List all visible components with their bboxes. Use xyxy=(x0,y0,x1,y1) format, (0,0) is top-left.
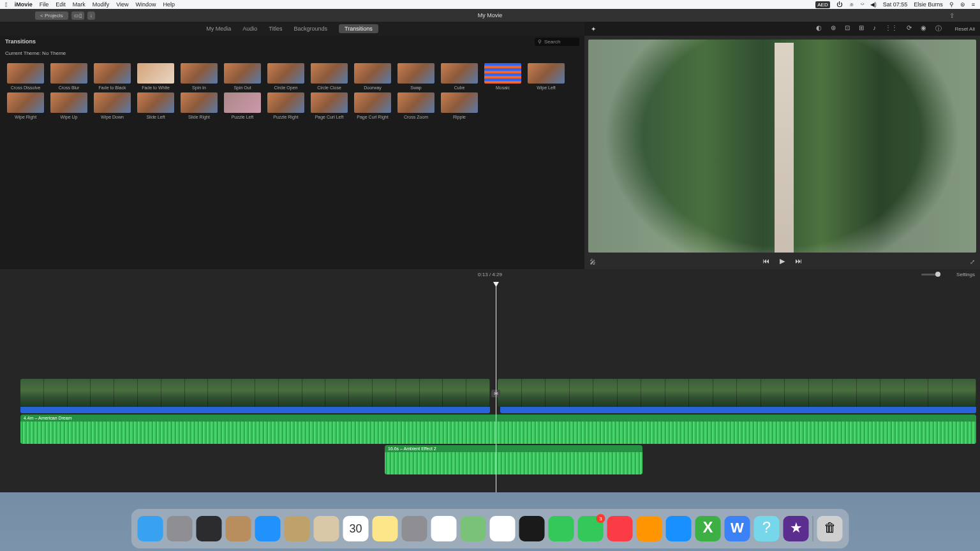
transition-fade-to-black[interactable]: Fade to Black xyxy=(92,63,133,90)
dock-w-app[interactable]: W xyxy=(725,516,750,541)
menu-mark[interactable]: Mark xyxy=(73,1,85,8)
fullscreen-icon[interactable]: ⤢ xyxy=(970,258,975,265)
transition-puzzle-right[interactable]: Puzzle Right xyxy=(265,92,306,119)
tab-my-media[interactable]: My Media xyxy=(206,26,231,32)
video-clip-2[interactable] xyxy=(498,379,976,407)
dock-messages[interactable] xyxy=(549,516,574,541)
back-projects-button[interactable]: < Projects xyxy=(35,11,68,20)
dock-imovie[interactable]: ★ xyxy=(783,516,809,541)
user-name[interactable]: Elsie Burns xyxy=(914,1,943,8)
dock-trash[interactable]: 🗑︎ xyxy=(817,516,843,541)
audio-track-1[interactable]: 4.4m – American Dream xyxy=(20,415,976,444)
clip-volume-bar[interactable] xyxy=(20,407,490,413)
tab-titles[interactable]: Titles xyxy=(269,26,282,32)
transition-fade-to-white[interactable]: Fade to White xyxy=(135,63,176,90)
menu-edit[interactable]: Edit xyxy=(56,1,66,8)
menu-view[interactable]: View xyxy=(116,1,128,8)
timeline[interactable]: ⋈ 4.4m – American Dream 16.6s – Ambient … xyxy=(0,279,980,492)
transition-spin-out[interactable]: Spin Out xyxy=(222,63,263,90)
dock-contacts[interactable] xyxy=(226,516,251,541)
dock-x-app[interactable]: X xyxy=(695,516,721,541)
app-name[interactable]: iMovie xyxy=(15,1,33,8)
import-button[interactable]: ↓ xyxy=(87,11,95,20)
zoom-slider[interactable] xyxy=(921,274,940,276)
transition-wipe-right[interactable]: Wipe Right xyxy=(5,92,46,119)
reset-all[interactable]: Reset All xyxy=(954,26,975,32)
dock-music[interactable] xyxy=(607,516,633,541)
menu-help[interactable]: Help xyxy=(163,1,175,8)
transition-puzzle-left[interactable]: Puzzle Left xyxy=(222,92,263,119)
wifi-icon[interactable]: ⌔ xyxy=(861,1,864,8)
transition-slide-right[interactable]: Slide Right xyxy=(179,92,219,119)
crop-icon[interactable]: ⊡ xyxy=(845,24,850,33)
playhead[interactable] xyxy=(496,282,496,492)
color-correct-icon[interactable]: ⊛ xyxy=(831,24,836,33)
clip-volume-bar[interactable] xyxy=(500,407,976,413)
spotlight-icon[interactable]: ⚲ xyxy=(949,1,954,8)
apple-menu[interactable]:  xyxy=(5,1,8,8)
dock-calendar[interactable]: 30 xyxy=(343,516,369,541)
transition-cube[interactable]: Cube xyxy=(439,63,480,90)
dock-notes[interactable] xyxy=(373,516,398,541)
tab-backgrounds[interactable]: Backgrounds xyxy=(293,26,327,32)
menu-window[interactable]: Window xyxy=(136,1,156,8)
transition-circle-close[interactable]: Circle Close xyxy=(309,63,350,90)
dock-photos-app[interactable] xyxy=(314,516,339,541)
volume-icon[interactable]: ♪ xyxy=(873,24,876,33)
tab-audio[interactable]: Audio xyxy=(242,26,257,32)
dock-launchpad[interactable] xyxy=(167,516,193,541)
dock-facetime[interactable]: 3 xyxy=(578,516,604,541)
play-button[interactable]: ▶ xyxy=(780,257,785,265)
transition-wipe-down[interactable]: Wipe Down xyxy=(92,92,133,119)
transition-page-curl-right[interactable]: Page Curl Right xyxy=(352,92,393,119)
dock-help[interactable]: ? xyxy=(754,516,780,541)
transition-ripple[interactable]: Ripple xyxy=(439,92,480,119)
dock-appstore[interactable] xyxy=(666,516,692,541)
transition-cross-zoom[interactable]: Cross Zoom xyxy=(396,92,436,119)
search-input[interactable]: ⚲ Search xyxy=(535,38,579,46)
media-toggle[interactable]: ▭▯ xyxy=(71,11,84,20)
tab-transitions[interactable]: Transitions xyxy=(339,24,378,33)
dock-safari[interactable] xyxy=(255,516,281,541)
dock-photos[interactable] xyxy=(490,516,516,541)
video-clip-1[interactable] xyxy=(20,379,490,407)
menu-modify[interactable]: Modify xyxy=(93,1,110,8)
color-balance-icon[interactable]: ◐ xyxy=(816,24,822,33)
transition-wipe-left[interactable]: Wipe Left xyxy=(526,63,567,90)
dock-reminders[interactable] xyxy=(285,516,310,541)
enhance-wand-icon[interactable]: ✦ xyxy=(591,26,596,33)
transition-cross-blur[interactable]: Cross Blur xyxy=(48,63,89,90)
transition-spin-in[interactable]: Spin In xyxy=(179,63,219,90)
bluetooth-icon[interactable]: ⨳ xyxy=(849,1,854,8)
noise-icon[interactable]: ⋮⋮ xyxy=(885,24,898,33)
volume-icon[interactable]: ◀︎) xyxy=(870,1,877,8)
dock-civ[interactable] xyxy=(519,516,545,541)
dock-books[interactable] xyxy=(637,516,662,541)
transition-slide-left[interactable]: Slide Left xyxy=(135,92,176,119)
audio-track-2[interactable]: 16.6s – Ambient Effect 2 xyxy=(385,445,642,474)
dock-finder[interactable] xyxy=(138,516,163,541)
status-icon[interactable]: AED xyxy=(815,1,829,8)
transition-swap[interactable]: Swap xyxy=(396,63,436,90)
transition-mosaic[interactable]: Mosaic xyxy=(482,63,523,90)
dock-maps[interactable] xyxy=(461,516,486,541)
transition-circle-open[interactable]: Circle Open xyxy=(265,63,306,90)
dock-lists[interactable] xyxy=(431,516,457,541)
clock[interactable]: Sat 07:55 xyxy=(883,1,908,8)
control-center-icon[interactable]: ⊜ xyxy=(960,1,965,8)
menu-file[interactable]: File xyxy=(40,1,49,8)
status-icon[interactable]: ⏻ xyxy=(836,1,842,8)
transition-cross-dissolve[interactable]: Cross Dissolve xyxy=(5,63,46,90)
dock-settings[interactable] xyxy=(402,516,427,541)
voiceover-icon[interactable]: 🎤︎ xyxy=(590,258,596,265)
next-button[interactable]: ⏭ xyxy=(795,257,802,265)
timeline-settings[interactable]: Settings xyxy=(956,272,975,277)
prev-button[interactable]: ⏮ xyxy=(762,257,769,265)
stabilize-icon[interactable]: ⊞ xyxy=(859,24,864,33)
filter-icon[interactable]: ◉ xyxy=(921,24,926,33)
transition-wipe-up[interactable]: Wipe Up xyxy=(48,92,89,119)
transition-page-curl-left[interactable]: Page Curl Left xyxy=(309,92,350,119)
preview-video[interactable] xyxy=(588,40,976,253)
notifications-icon[interactable]: ≡ xyxy=(972,1,975,8)
transition-doorway[interactable]: Doorway xyxy=(352,63,393,90)
